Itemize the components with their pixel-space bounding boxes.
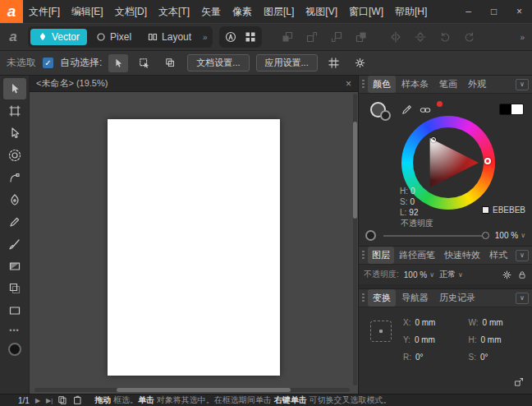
h-field[interactable]: H: 0 mm	[469, 335, 528, 344]
snapping-button[interactable]	[241, 29, 259, 45]
rectangle-tool[interactable]	[3, 300, 26, 321]
pixel-persona-button[interactable]: Pixel	[89, 29, 139, 45]
tab-quick-fx[interactable]: 快速特效	[440, 247, 484, 264]
select-layer-mode-button[interactable]	[135, 54, 154, 72]
blend-mode-dropdown[interactable]: 正常 ∨	[439, 269, 463, 280]
toolbar-color-well[interactable]	[8, 343, 21, 356]
eyedropper-icon[interactable]	[401, 104, 413, 115]
layers-panel-collapse-button[interactable]: ∨	[516, 250, 529, 261]
menu-layer[interactable]: 图层[L]	[258, 0, 300, 23]
move-to-back-button[interactable]	[278, 29, 296, 45]
shear-field[interactable]: S: 0°	[469, 353, 528, 362]
stroke-color-well[interactable]	[380, 110, 391, 121]
transform-panel-collapse-button[interactable]: ∨	[516, 293, 529, 304]
panel-grip[interactable]	[362, 293, 365, 303]
tab-styles[interactable]: 样式	[485, 247, 511, 264]
artboard-tool[interactable]	[3, 100, 26, 122]
tab-layers[interactable]: 图层	[368, 247, 394, 264]
more-tools-button[interactable]: •••	[9, 326, 19, 334]
opacity-slider-knob[interactable]	[482, 232, 489, 239]
rotate-ccw-button[interactable]	[436, 29, 454, 45]
panel-grip[interactable]	[362, 80, 365, 90]
triangle-marker[interactable]	[431, 137, 436, 142]
persona-overflow-chevron[interactable]: »	[200, 33, 210, 42]
pen-tool[interactable]	[3, 189, 26, 210]
vector-brush-tool[interactable]	[3, 233, 26, 255]
corner-tool[interactable]	[3, 167, 26, 188]
layout-persona-button[interactable]: Layout	[140, 29, 199, 45]
vector-persona-button[interactable]: Vector	[30, 29, 87, 45]
tab-color[interactable]: 颜色	[368, 76, 396, 93]
vertical-scrollbar[interactable]	[353, 94, 357, 385]
tab-swatches[interactable]: 样本条	[397, 76, 433, 93]
transform-anchor-selector[interactable]	[370, 321, 392, 342]
tab-path-brushes[interactable]: 路径画笔	[395, 247, 439, 264]
menu-pixel[interactable]: 像素	[227, 0, 258, 23]
tab-navigator[interactable]: 导航器	[397, 289, 433, 307]
menu-window[interactable]: 窗口[W]	[343, 0, 389, 23]
opacity-value-dropdown[interactable]: 100 % ∨	[495, 231, 525, 240]
blend-gear-icon[interactable]	[502, 270, 512, 280]
preview-toggle-button[interactable]	[222, 29, 240, 45]
color-panel-collapse-button[interactable]: ∨	[516, 79, 529, 90]
black-white-swatch[interactable]	[499, 104, 524, 115]
fill-tool[interactable]	[3, 256, 26, 277]
menu-file[interactable]: 文件[F]	[23, 0, 66, 23]
transform-options-icon[interactable]	[514, 377, 524, 387]
flip-horizontal-button[interactable]	[387, 29, 405, 45]
transparency-tool[interactable]	[3, 278, 26, 299]
menu-view[interactable]: 视图[V]	[300, 0, 343, 23]
move-backward-button[interactable]	[303, 29, 321, 45]
y-field[interactable]: Y: 0 mm	[403, 335, 462, 344]
panel-grip[interactable]	[362, 251, 365, 261]
document-close-icon[interactable]: ×	[346, 78, 351, 90]
link-icon[interactable]	[420, 105, 431, 115]
tab-history[interactable]: 历史记录	[434, 289, 480, 307]
w-field[interactable]: W: 0 mm	[469, 318, 528, 327]
tab-stroke[interactable]: 笔画	[434, 76, 462, 93]
saturation-lightness-triangle[interactable]	[413, 127, 484, 198]
next-page-icon[interactable]: ▶	[35, 397, 40, 404]
menu-edit[interactable]: 编辑[E]	[66, 0, 109, 23]
rotation-field[interactable]: R: 0°	[403, 353, 462, 362]
document-settings-button[interactable]: 文档设置...	[187, 54, 249, 72]
menu-document[interactable]: 文档[D]	[109, 0, 153, 23]
menu-help[interactable]: 帮助[H]	[389, 0, 433, 23]
horizontal-scrollbar[interactable]	[34, 388, 350, 392]
opacity-slider[interactable]	[383, 235, 488, 237]
node-tool[interactable]	[3, 122, 26, 144]
tab-appearance[interactable]: 外观	[463, 76, 491, 93]
hue-marker[interactable]	[484, 158, 491, 164]
layers-opacity-dropdown[interactable]: 100 % ∨	[404, 270, 434, 279]
toolbar-overflow-chevron[interactable]: »	[517, 33, 527, 42]
horizontal-scroll-thumb[interactable]	[117, 388, 291, 392]
last-page-icon[interactable]: ▶|	[46, 397, 53, 404]
hex-field[interactable]: EBEBEB	[482, 205, 525, 215]
contour-tool[interactable]	[3, 145, 26, 166]
vertical-scroll-thumb[interactable]	[353, 122, 357, 219]
flip-vertical-button[interactable]	[411, 29, 429, 45]
opacity-wheel-icon[interactable]	[365, 230, 376, 241]
maximize-button[interactable]: □	[481, 0, 507, 23]
grid-options-button[interactable]	[324, 54, 344, 72]
select-group-mode-button[interactable]	[161, 54, 181, 72]
pages-icon[interactable]	[58, 395, 67, 405]
application-settings-button[interactable]: 应用设置...	[256, 54, 318, 72]
pencil-tool[interactable]	[3, 211, 26, 233]
canvas-viewport[interactable]	[30, 92, 358, 394]
select-object-mode-button[interactable]	[108, 54, 128, 72]
auto-select-checkbox[interactable]: ✓	[43, 58, 53, 68]
lock-icon[interactable]	[517, 270, 527, 280]
menu-vector[interactable]: 矢量	[195, 0, 227, 23]
tab-transform[interactable]: 变换	[368, 289, 396, 307]
rotate-cw-button[interactable]	[461, 29, 479, 45]
move-to-front-button[interactable]	[352, 29, 370, 45]
minimize-button[interactable]: –	[456, 0, 481, 23]
x-field[interactable]: X: 0 mm	[403, 318, 462, 327]
settings-button[interactable]	[351, 54, 370, 72]
move-forward-button[interactable]	[328, 29, 346, 45]
document-tab[interactable]: <未命名> (19.5%)	[36, 77, 108, 90]
clipboard-icon[interactable]	[73, 395, 82, 405]
menu-text[interactable]: 文本[T]	[153, 0, 195, 23]
move-tool[interactable]	[3, 78, 26, 99]
